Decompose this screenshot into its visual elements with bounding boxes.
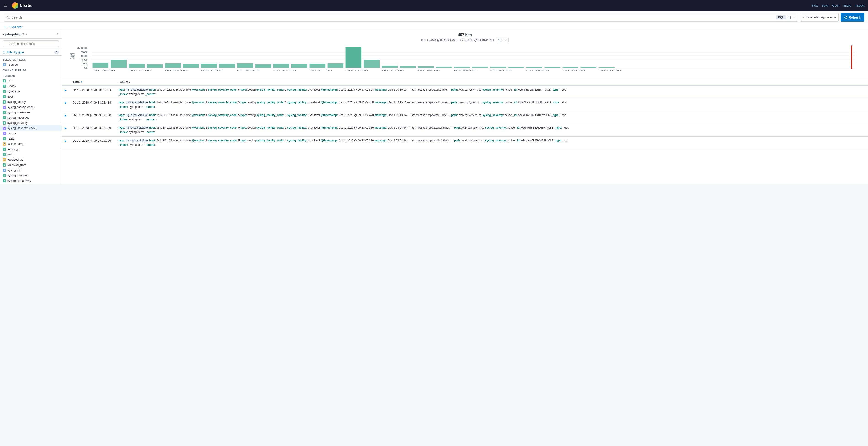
field-item-syslog-pid[interactable]: ⊕ syslog_pid <box>0 168 62 173</box>
auto-interval-selector[interactable]: Auto <box>496 38 509 42</box>
field-type-t-icon: t <box>3 147 6 151</box>
svg-text:09:34:00: 09:34:00 <box>382 70 404 72</box>
field-item-received-at[interactable]: 🕐 received_at <box>0 157 62 162</box>
field-type-t-icon: t <box>3 137 6 140</box>
field-item-type[interactable]: t _type <box>0 136 62 141</box>
top-navigation: ☰ Elastic New Save Open Share Inspect <box>0 0 868 11</box>
field-item-id[interactable]: t _id <box>0 78 62 83</box>
chevron-down-icon <box>504 39 506 41</box>
field-name: _type <box>7 137 14 140</box>
table-row: ▶ Dec 1, 2020 @ 09:33:02.504 tags: _grok… <box>62 86 868 99</box>
result-timestamp: Dec 1, 2020 @ 09:33:02.470 <box>71 111 117 119</box>
field-type-clock-icon: 🕐 <box>3 142 6 145</box>
row-expand-button[interactable]: ▶ <box>64 99 71 107</box>
info-icon <box>4 26 6 28</box>
collapse-sidebar-icon[interactable] <box>56 33 59 36</box>
svg-rect-36 <box>346 47 362 68</box>
svg-text:0: 0 <box>84 67 88 69</box>
svg-rect-45 <box>508 67 524 68</box>
result-source: tags: _grokparsefailure host: Js-MBP-16.… <box>117 111 866 124</box>
new-button[interactable]: New <box>812 4 818 7</box>
svg-rect-31 <box>255 64 271 68</box>
field-item-syslog-severity-code[interactable]: # syslog_severity_code <box>0 126 62 131</box>
field-item-source[interactable]: ⊕ _source <box>0 62 62 67</box>
menu-icon[interactable]: ☰ <box>4 3 7 8</box>
field-name: syslog_severity_code <box>7 126 36 130</box>
svg-rect-37 <box>364 60 380 68</box>
field-item-syslog-message[interactable]: t syslog_message <box>0 115 62 120</box>
field-item-index[interactable]: t _index <box>0 83 62 89</box>
filter-by-type-button[interactable]: Filter by type <box>3 50 24 54</box>
svg-text:09:39:00: 09:39:00 <box>563 70 585 72</box>
kql-badge[interactable]: KQL <box>776 15 786 20</box>
field-item-message[interactable]: t message <box>0 146 62 152</box>
fields-section: Selected fields ⊕ _source Available fiel… <box>0 56 62 184</box>
field-item-timestamp[interactable]: 🕐 @timestamp <box>0 141 62 146</box>
index-pattern-selector[interactable]: syslog-demo* <box>3 32 27 36</box>
row-expand-button[interactable]: ▶ <box>64 124 71 132</box>
svg-rect-43 <box>472 67 488 68</box>
field-item-syslog-facility[interactable]: t syslog_facility <box>0 99 62 104</box>
time-display: ~ 15 minutes ago → now <box>803 15 836 19</box>
filter-type-label: Filter by type <box>7 50 24 54</box>
field-type-t-icon: t <box>3 84 6 88</box>
search-input[interactable] <box>12 15 774 19</box>
field-item-score[interactable]: # _score <box>0 131 62 136</box>
save-button[interactable]: Save <box>822 4 829 7</box>
time-col-label: Time <box>73 80 80 83</box>
svg-rect-29 <box>219 64 235 68</box>
svg-text:09:28:00: 09:28:00 <box>165 70 187 72</box>
row-expand-button[interactable]: ▶ <box>64 111 71 119</box>
table-row: ▶ Dec 1, 2020 @ 09:33:02.386 tags: _grok… <box>62 137 868 149</box>
field-name: _index <box>7 84 16 88</box>
elastic-logo-icon <box>12 2 18 9</box>
search-bar[interactable]: KQL <box>4 13 798 22</box>
row-expand-button[interactable]: ▶ <box>64 137 71 145</box>
svg-rect-38 <box>382 66 398 68</box>
field-item-received-from[interactable]: t received_from <box>0 162 62 168</box>
field-type-t-icon: t <box>3 100 6 103</box>
field-type-icon: ⊕ <box>3 63 6 66</box>
field-type-t-icon: t <box>3 90 6 93</box>
index-pattern-name: syslog-demo* <box>3 32 24 36</box>
time-picker[interactable]: ~ 15 minutes ago → now <box>800 13 839 22</box>
results-header: Time ▼ _source <box>62 78 868 86</box>
field-name: syslog_hostname <box>7 111 30 114</box>
search-fields-input[interactable] <box>3 40 59 47</box>
field-name: _score <box>7 132 16 135</box>
field-type-t-icon: t <box>3 111 6 114</box>
svg-text:09:33:00: 09:33:00 <box>346 70 368 72</box>
svg-text:80: 80 <box>80 51 88 53</box>
field-name: received_from <box>7 163 26 167</box>
open-button[interactable]: Open <box>832 4 840 7</box>
add-filter-label: + Add filter <box>8 25 23 29</box>
field-item-version[interactable]: t @version <box>0 89 62 94</box>
refresh-button[interactable]: Refresh <box>841 13 864 22</box>
field-name: syslog_severity <box>7 121 28 125</box>
sidebar: syslog-demo* 🔍 Filter by type <box>0 30 62 184</box>
svg-rect-40 <box>418 67 434 68</box>
row-expand-button[interactable]: ▶ <box>64 86 71 94</box>
field-type-t-icon: t <box>3 116 6 119</box>
calendar-icon <box>788 16 791 19</box>
field-item-host[interactable]: t host <box>0 94 62 99</box>
inspect-button[interactable]: Inspect <box>855 4 864 7</box>
field-item-syslog-severity[interactable]: t syslog_severity <box>0 120 62 126</box>
field-item-syslog-hostname[interactable]: t syslog_hostname <box>0 110 62 115</box>
field-type-hash-icon: # <box>3 127 6 130</box>
svg-text:09:35:00: 09:35:00 <box>418 70 440 72</box>
svg-rect-25 <box>147 64 163 68</box>
field-item-path[interactable]: t path <box>0 152 62 157</box>
add-filter-button[interactable]: + Add filter <box>8 25 23 29</box>
filter-icon <box>3 51 5 54</box>
field-item-syslog-facility-code[interactable]: # syslog_facility_code <box>0 104 62 110</box>
col-time-header[interactable]: Time ▼ <box>71 78 117 85</box>
field-item-syslog-timestamp[interactable]: t syslog_timestamp <box>0 178 62 183</box>
svg-rect-26 <box>165 63 181 68</box>
auto-label: Auto <box>498 39 503 42</box>
search-fields-area: 🔍 <box>0 39 62 49</box>
share-button[interactable]: Share <box>843 4 851 7</box>
field-item-syslog-program[interactable]: t syslog_program <box>0 173 62 178</box>
available-fields-label: Available fields <box>0 67 62 73</box>
svg-text:09:40:00: 09:40:00 <box>599 70 621 72</box>
